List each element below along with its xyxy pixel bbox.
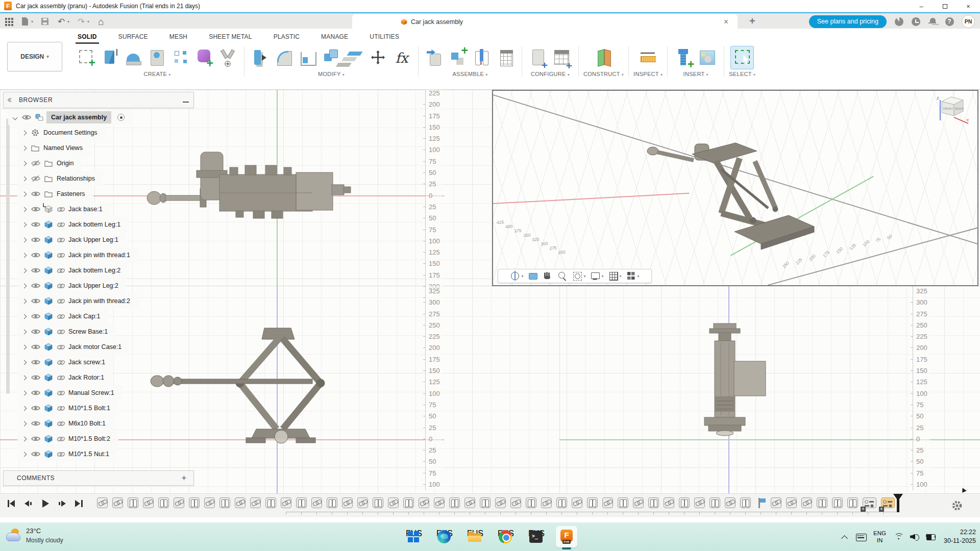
group-label-select[interactable]: SELECT [729, 71, 755, 77]
tree-row[interactable]: Car jack assembly [8, 110, 133, 125]
step-back-icon[interactable] [24, 499, 33, 508]
timeline-feature-icon[interactable] [526, 497, 536, 508]
tree-row[interactable]: Jack base:1 [17, 202, 111, 217]
pipe-icon[interactable] [216, 46, 239, 69]
insert-link-icon[interactable] [423, 46, 447, 69]
modeling-canvas[interactable]: 2252001751501251007550250255075100125150… [0, 90, 980, 493]
timeline-feature-icon[interactable] [388, 497, 399, 508]
tree-row[interactable]: Relationships [17, 171, 103, 186]
clock[interactable]: 22:2230-11-2025 [944, 528, 976, 546]
tree-row[interactable]: Jack bottem Leg:1 [17, 217, 129, 232]
tree-row[interactable]: Jack pin with thread:1 [17, 247, 138, 263]
expand-arrow-icon[interactable] [22, 329, 27, 334]
tree-row[interactable]: Origin [17, 156, 82, 171]
timeline-feature-icon[interactable] [633, 497, 644, 508]
keyboard-icon[interactable] [856, 532, 866, 542]
timeline-feature-icon[interactable] [709, 497, 720, 508]
pattern-icon[interactable] [169, 46, 192, 69]
offset-face-icon[interactable] [343, 46, 366, 69]
timeline-feature-icon[interactable] [189, 497, 200, 508]
tab-close-icon[interactable]: × [724, 17, 728, 27]
timeline-feature-icon[interactable] [296, 497, 307, 508]
group-label-configure[interactable]: CONFIGURE [531, 71, 570, 77]
tree-row[interactable]: Jack motor Case:1 [17, 339, 130, 355]
maximize-button[interactable] [933, 0, 957, 12]
expand-arrow-icon[interactable] [22, 130, 27, 135]
group-label-construct[interactable]: CONSTRUCT [583, 71, 624, 77]
visibility-eye-icon[interactable] [31, 436, 41, 442]
sketch-icon[interactable] [75, 46, 99, 69]
ribbon-tab[interactable]: PLASTIC [273, 32, 301, 44]
timeline-feature-icon[interactable] [235, 497, 246, 508]
collapse-panel-icon[interactable] [4, 98, 17, 102]
timeline-feature-icon[interactable] [832, 497, 843, 508]
timeline-feature-icon[interactable] [219, 497, 230, 508]
battery-icon[interactable] [926, 532, 936, 542]
model-side-view[interactable] [698, 320, 775, 445]
help-icon[interactable] [945, 17, 954, 26]
timeline-feature-icon[interactable] [801, 497, 812, 508]
expand-arrow-icon[interactable] [22, 191, 27, 196]
timeline-feature-icon[interactable] [204, 497, 215, 508]
viewport-3d-active[interactable]: 425400375350325300275250 250225200175150… [492, 90, 978, 286]
expand-arrow-icon[interactable] [22, 452, 27, 457]
volume-icon[interactable] [910, 532, 920, 542]
tree-row[interactable]: Jack Cap:1 [17, 309, 109, 324]
visibility-eye-icon[interactable] [31, 221, 41, 228]
move-icon[interactable] [366, 46, 390, 69]
timeline-feature-icon[interactable] [618, 497, 628, 508]
pan-icon[interactable] [543, 271, 553, 281]
start-icon[interactable]: FUS [406, 529, 421, 544]
visibility-eye-icon[interactable] [31, 237, 41, 243]
zoom-icon[interactable] [557, 271, 568, 281]
tree-row[interactable]: Jack screw:1 [17, 355, 113, 370]
activate-component-radio[interactable] [117, 114, 125, 121]
expand-arrow-icon[interactable] [22, 375, 27, 380]
group-label-insert[interactable]: INSERT [683, 71, 708, 77]
timeline-feature-icon[interactable] [403, 497, 414, 508]
model-iso-view[interactable] [644, 131, 832, 268]
construction-plane-icon[interactable] [592, 46, 616, 69]
timeline-feature-icon[interactable] [863, 497, 876, 508]
timeline-feature-icon[interactable] [510, 497, 521, 508]
timeline-feature-icon[interactable] [97, 497, 108, 508]
tree-row[interactable]: Jack bottem Leg:2 [17, 263, 129, 278]
canvas-icon[interactable] [696, 46, 719, 69]
timeline-feature-icon[interactable] [174, 497, 184, 508]
timeline-settings-gear-icon[interactable] [951, 500, 963, 511]
group-label-inspect[interactable]: INSPECT [633, 71, 663, 77]
ribbon-tab[interactable]: MANAGE [320, 32, 349, 44]
chrome-icon[interactable]: FUS [498, 529, 513, 544]
expand-arrow-icon[interactable] [22, 344, 27, 349]
ribbon-tab[interactable]: SURFACE [117, 32, 149, 44]
play-icon[interactable] [41, 499, 50, 508]
ribbon-tab[interactable]: UTILITIES [369, 32, 400, 44]
visibility-eye-icon[interactable] [31, 191, 41, 197]
form-icon[interactable] [192, 46, 216, 69]
visibility-eye-icon[interactable] [31, 359, 41, 365]
minimize-button[interactable]: – [910, 0, 933, 12]
visibility-eye-icon[interactable] [31, 267, 41, 273]
timeline-feature-icon[interactable] [602, 497, 613, 508]
new-component-icon[interactable] [447, 46, 470, 69]
visibility-eye-icon[interactable] [31, 160, 41, 166]
expand-arrow-icon[interactable] [22, 222, 27, 227]
look-at-icon[interactable] [528, 271, 538, 281]
new-tab-icon[interactable]: + [749, 15, 755, 27]
expand-arrow-icon[interactable] [22, 314, 27, 319]
timeline-feature-icon[interactable] [143, 497, 154, 508]
viewports-icon[interactable] [626, 271, 636, 281]
visibility-eye-icon[interactable] [31, 374, 41, 381]
step-forward-icon[interactable] [58, 499, 67, 508]
fusion-icon[interactable]: FUS [559, 529, 574, 544]
viewcube[interactable]: Z FRONT RIGHT X [933, 95, 970, 128]
tree-row[interactable]: Jack Upper Leg:1 [17, 232, 127, 247]
timeline-feature-icon[interactable] [373, 497, 383, 508]
tree-row[interactable]: M10*1.5 Nut:1 [17, 446, 117, 462]
skip-end-icon[interactable] [75, 499, 84, 508]
revolve-icon[interactable] [122, 46, 145, 69]
expand-arrow-icon[interactable] [22, 145, 27, 151]
timeline-feature-icon[interactable] [128, 497, 138, 508]
tray-chevron-icon[interactable] [840, 532, 849, 542]
ribbon-tab[interactable]: SOLID [77, 32, 98, 44]
